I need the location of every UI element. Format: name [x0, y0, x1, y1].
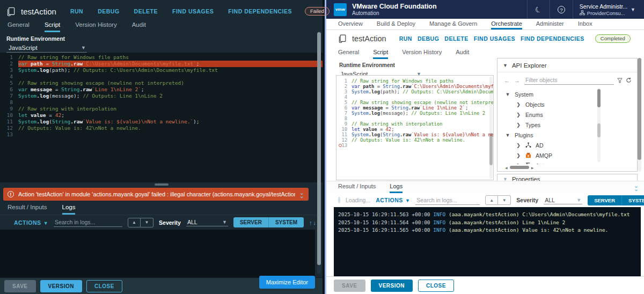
code-line[interactable]: 11System.log(String.raw`Value is: ${valu… — [0, 119, 323, 125]
code-line[interactable]: 2var path = String.raw`C:\Users\Admin\Do… — [336, 84, 493, 89]
actions-menu-button[interactable]: ACTIONS▼ — [14, 219, 48, 226]
search-input[interactable] — [54, 218, 122, 227]
tab-result-inputs[interactable]: Result / Inputs — [8, 204, 47, 215]
previous-match-button[interactable]: ▲ — [128, 218, 141, 227]
server-toggle[interactable]: SERVER — [588, 195, 621, 205]
tree-node-objects[interactable]: ❯Objects — [497, 99, 637, 109]
theme-toggle-button[interactable]: ☾ — [527, 0, 550, 19]
log-console[interactable]: 2025-10-15 16:29:11.563 +00:00 INFO (aaa… — [334, 207, 641, 276]
tree-scrollbar[interactable] — [597, 88, 601, 162]
run-button[interactable]: RUN — [70, 8, 83, 14]
tab-general[interactable]: General — [338, 49, 359, 59]
code-line[interactable]: 8 — [0, 99, 323, 106]
code-line[interactable]: 11System.log(String.raw`Value is: ${valu… — [336, 132, 493, 137]
scroll-right-icon[interactable]: ▶ — [531, 166, 534, 170]
api-explorer-header[interactable]: ▼ API Explorer — [497, 58, 637, 72]
tree-node-enums[interactable]: ❯Enums — [497, 109, 637, 120]
code-line[interactable]: 9// Raw string with interpolation — [0, 106, 323, 112]
code-line[interactable]: 6var message = String.raw`Line 1\nLine 2… — [336, 105, 493, 111]
tree-node-plugins[interactable]: ▼Plugins — [497, 130, 637, 140]
code-editor[interactable]: 1// Raw string for Windows file paths2va… — [0, 53, 323, 182]
alert-expand-icon[interactable]: ⌄⌄ — [299, 191, 304, 197]
debug-button[interactable]: DEBUG — [98, 8, 119, 14]
properties-header[interactable]: ▼ Properties — [497, 174, 637, 181]
next-match-button[interactable]: ▼ — [498, 195, 511, 205]
scrollbar-thumb[interactable] — [597, 123, 601, 137]
scrollbar-thumb[interactable] — [638, 58, 641, 160]
code-line[interactable]: 3System.log(path); // Outputs: C:\Users\… — [336, 89, 493, 94]
code-line[interactable]: 1// Raw string for Windows file paths — [336, 78, 493, 84]
scrollbar-thumb[interactable] — [597, 89, 601, 107]
code-line[interactable]: 7System.log(message); // Outputs: Line 1… — [0, 93, 323, 99]
tab-result-inputs[interactable]: Result / Inputs — [338, 183, 376, 193]
code-line[interactable]: 7System.log(message); // Outputs: Line 1… — [336, 111, 493, 116]
next-match-button[interactable]: ▼ — [141, 218, 153, 227]
scrollbar-thumb[interactable] — [317, 32, 321, 265]
close-button[interactable]: CLOSE — [86, 280, 122, 292]
collapse-panel-icon[interactable]: ⌄⌄ — [634, 184, 639, 190]
system-toggle[interactable]: SYSTEM — [268, 217, 304, 227]
filter-icon[interactable] — [617, 78, 623, 83]
maximize-editor-button[interactable]: Maximize Editor — [259, 276, 315, 289]
scroll-left-icon[interactable]: ◀ — [505, 166, 508, 170]
code-line[interactable]: 12// Outputs: Value is: 42\nNot a newlin… — [0, 125, 323, 131]
code-line[interactable]: 10let value = 42; — [0, 112, 323, 119]
severity-select[interactable]: ALL ▼ — [544, 196, 582, 204]
panel-scrollbar[interactable] — [638, 58, 641, 172]
tree-node-amqp[interactable]: ❯AMQP — [497, 150, 637, 160]
code-line[interactable]: 9// Raw string with interpolation — [336, 121, 493, 127]
runtime-select[interactable]: JavaScript ▼ — [6, 44, 87, 53]
user-menu[interactable]: Service Administr... ProviderConsu... ▼ — [573, 0, 639, 19]
run-button[interactable]: RUN — [399, 35, 412, 42]
line-marker-icon[interactable] — [339, 144, 342, 147]
tab-logs[interactable]: Logs — [390, 183, 402, 193]
tree-node-ad[interactable]: ❯AD — [497, 140, 637, 150]
tab-script[interactable]: Script — [45, 21, 60, 32]
code-line[interactable]: 4 — [0, 74, 323, 80]
tab-audit[interactable]: Audit — [456, 49, 469, 59]
close-button[interactable]: CLOSE — [418, 280, 454, 292]
window-scrollbar[interactable] — [317, 31, 321, 274]
refresh-icon[interactable] — [626, 77, 632, 83]
tree-node-auto[interactable]: ❯Auto — [497, 160, 637, 164]
tab-audit[interactable]: Audit — [132, 21, 146, 32]
delete-button[interactable]: DELETE — [444, 35, 468, 42]
tab-script[interactable]: Script — [373, 49, 388, 59]
log-console[interactable] — [0, 230, 315, 277]
tab-version-history[interactable]: Version History — [75, 21, 116, 32]
scrollbar-thumb[interactable] — [510, 166, 529, 169]
help-button[interactable]: ? — [550, 0, 573, 19]
resize-grip[interactable] — [155, 183, 169, 186]
nav-manage-govern[interactable]: Manage & Govern — [429, 19, 477, 30]
find-dependencies-button[interactable]: FIND DEPENDENCIES — [228, 8, 292, 14]
code-line[interactable]: 1// Raw string for Windows file paths — [0, 54, 323, 61]
code-line[interactable]: 3System.log(path); // Outputs: C:\Users\… — [0, 67, 323, 74]
code-line[interactable]: 6var message = String.raw`Line 1\nLine 2… — [0, 86, 323, 93]
code-line[interactable]: 10let value = 42; — [336, 127, 493, 132]
code-line[interactable]: 5// Raw string showing escape (newline n… — [0, 80, 323, 86]
find-dependencies-button[interactable]: FIND DEPENDENCIES — [521, 35, 584, 42]
tree-node-types[interactable]: ❯Types — [497, 120, 637, 130]
code-editor[interactable]: 1// Raw string for Windows file paths2va… — [336, 75, 494, 180]
nav-build-deploy[interactable]: Build & Deploy — [377, 19, 415, 30]
search-input[interactable] — [415, 196, 480, 205]
nav-administer[interactable]: Administer — [536, 19, 564, 30]
delete-button[interactable]: DELETE — [134, 8, 158, 14]
tab-version-history[interactable]: Version History — [402, 49, 442, 59]
history-forward-icon[interactable]: → — [514, 77, 521, 84]
code-line[interactable]: 13 — [0, 131, 323, 138]
history-back-icon[interactable]: ← — [504, 77, 511, 84]
tree-horizontal-scrollbar[interactable]: ◀ ▶ — [497, 164, 637, 171]
version-button[interactable]: VERSION — [371, 280, 413, 292]
code-line[interactable]: 13 — [336, 143, 493, 148]
tab-general[interactable]: General — [8, 21, 30, 32]
tab-logs[interactable]: Logs — [62, 204, 76, 215]
nav-overview[interactable]: Overview — [338, 19, 363, 30]
find-usages-button[interactable]: FIND USAGES — [172, 8, 214, 14]
actions-menu-button[interactable]: ACTIONS▼ — [376, 197, 410, 203]
find-usages-button[interactable]: FIND USAGES — [474, 35, 515, 42]
sort-order-buttons[interactable]: ↑↓ — [309, 219, 317, 226]
previous-match-button[interactable]: ▲ — [485, 195, 498, 205]
code-line[interactable]: 2var path = String.raw`C:\Users\Admin\Do… — [0, 61, 323, 67]
code-line[interactable]: 12// Outputs: Value is: 42\nNot a newlin… — [336, 137, 493, 143]
